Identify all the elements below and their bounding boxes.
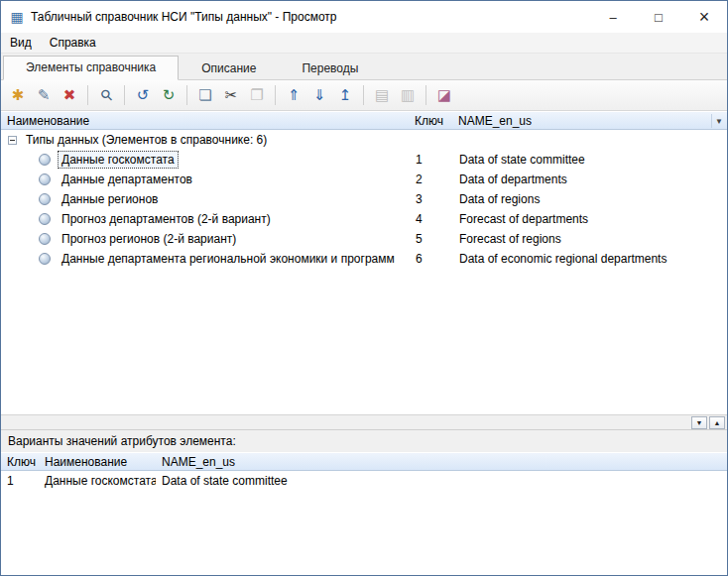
- tree-item-label[interactable]: Данные департаментов: [58, 171, 196, 188]
- document-1-button: ▤: [369, 83, 395, 107]
- element-icon: [39, 154, 51, 166]
- tree-item-name-cell: Данные департамента региональной экономи…: [1, 250, 409, 268]
- refresh-icon: ↻: [163, 86, 176, 104]
- refresh-all-icon: ↺: [137, 86, 150, 104]
- tree-item-label[interactable]: Данные госкомстата: [58, 151, 179, 169]
- tree-item-key: 4: [409, 212, 452, 226]
- attribute-name-en: Data of state committee: [156, 474, 727, 488]
- copy-icon: ❏: [198, 86, 211, 104]
- tree-item-label[interactable]: Прогноз департаментов (2-й вариант): [58, 210, 275, 228]
- tree-item-name-cell: Данные регионов: [1, 190, 409, 208]
- tree-item[interactable]: Данные департамента региональной экономи…: [1, 249, 727, 269]
- tree-column-header: Наименование Ключ NAME_en_us ▼: [1, 111, 727, 130]
- move-top-icon: ↥: [339, 86, 352, 104]
- tree-item[interactable]: Прогноз департаментов (2-й вариант)4Fore…: [1, 209, 727, 229]
- tree-item-name-en: Forecast of regions: [452, 232, 727, 246]
- column-options-button[interactable]: ▼: [711, 114, 726, 128]
- tree-item[interactable]: Данные департаментов2Data of departments: [1, 170, 727, 189]
- toolbar-separator: [124, 85, 125, 105]
- expand-panel-button[interactable]: ▲: [709, 416, 725, 429]
- delete-icon: ✖: [63, 86, 76, 104]
- tree-item-key: 5: [409, 232, 452, 246]
- column-name-en: NAME_en_us: [452, 114, 727, 128]
- copy-button[interactable]: ❏: [192, 83, 218, 107]
- close-button[interactable]: ×: [681, 1, 727, 33]
- tree-item-key: 1: [409, 153, 452, 167]
- tab-elements[interactable]: Элементы справочника: [3, 56, 179, 80]
- app-window: ▦ Табличный справочник НСИ "Типы данных"…: [0, 0, 728, 576]
- document-2-button: ▥: [395, 83, 421, 107]
- eraser-icon: ◪: [437, 86, 451, 104]
- attributes-panel-header: Варианты значений атрибутов элемента:: [1, 430, 727, 452]
- menu-help[interactable]: Справка: [41, 33, 105, 53]
- tree-item-name-en: Data of economic regional departments: [452, 252, 727, 266]
- tree-item-name-en: Forecast of departments: [452, 212, 727, 226]
- tree-item-name-en: Data of departments: [452, 173, 727, 186]
- tree-item-name-cell: Прогноз регионов (2-й вариант): [1, 230, 409, 248]
- tab-description[interactable]: Описание: [179, 57, 279, 80]
- attributes-table: 1Данные госкомстатаData of state committ…: [1, 471, 727, 576]
- tree-item-label[interactable]: Данные департамента региональной экономи…: [58, 250, 399, 268]
- refresh-all-button[interactable]: ↺: [130, 83, 156, 107]
- tab-translations[interactable]: Переводы: [279, 57, 381, 80]
- refresh-button[interactable]: ↻: [156, 83, 182, 107]
- toolbar-separator: [363, 85, 364, 105]
- delete-button[interactable]: ✖: [57, 83, 82, 107]
- tree-root-label[interactable]: Типы данных (Элементов в справочнике: 6): [22, 131, 271, 149]
- tree-item[interactable]: Данные регионов3Data of regions: [1, 189, 727, 209]
- tree-item-label[interactable]: Прогноз регионов (2-й вариант): [58, 230, 240, 248]
- tree-item-key: 6: [409, 252, 452, 266]
- search-button[interactable]: ⚲: [93, 83, 119, 107]
- attr-column-name-en: NAME_en_us: [156, 455, 727, 469]
- toolbar-separator: [425, 85, 426, 105]
- tree-item[interactable]: Прогноз регионов (2-й вариант)5Forecast …: [1, 229, 727, 249]
- element-icon: [39, 233, 51, 245]
- collapse-panel-button[interactable]: ▼: [691, 416, 707, 429]
- tree-root-row[interactable]: Типы данных (Элементов в справочнике: 6): [1, 130, 727, 150]
- document-1-icon: ▤: [375, 86, 389, 104]
- element-icon: [39, 253, 51, 265]
- reference-tree: Типы данных (Элементов в справочнике: 6)…: [1, 130, 727, 414]
- minimize-button[interactable]: –: [590, 1, 636, 33]
- menu-view[interactable]: Вид: [1, 33, 41, 53]
- edit-button[interactable]: ✎: [31, 83, 57, 107]
- column-key: Ключ: [409, 114, 452, 128]
- attr-column-name: Наименование: [39, 455, 156, 469]
- tree-item[interactable]: Данные госкомстата1Data of state committ…: [1, 150, 727, 170]
- move-top-button[interactable]: ↥: [332, 83, 358, 107]
- toolbar: ✱✎✖⚲↺↻❏✂❐⇑⇓↥▤▥◪: [1, 80, 727, 111]
- tree-item-name-cell: Данные госкомстата: [1, 151, 409, 169]
- attr-column-key: Ключ: [1, 455, 39, 469]
- toolbar-separator: [275, 85, 276, 105]
- toolbar-separator: [87, 85, 88, 105]
- tree-item-name-en: Data of state committee: [452, 153, 727, 167]
- column-name: Наименование: [1, 114, 409, 128]
- tree-item-key: 3: [409, 192, 452, 206]
- menubar: Вид Справка: [1, 33, 727, 54]
- move-up-icon: ⇑: [288, 86, 301, 104]
- tree-item-key: 2: [409, 173, 452, 186]
- cut-button[interactable]: ✂: [218, 83, 244, 107]
- maximize-button[interactable]: □: [636, 1, 681, 33]
- attribute-row[interactable]: 1Данные госкомстатаData of state committ…: [1, 471, 727, 491]
- app-icon: ▦: [9, 9, 25, 25]
- tree-item-name-cell: Данные департаментов: [1, 171, 409, 188]
- tree-item-label[interactable]: Данные регионов: [58, 190, 162, 208]
- move-down-icon: ⇓: [313, 86, 326, 104]
- collapse-expander-icon[interactable]: [8, 136, 17, 145]
- move-up-button[interactable]: ⇑: [281, 83, 306, 107]
- eraser-button[interactable]: ◪: [431, 83, 457, 107]
- paste-icon: ❐: [250, 86, 263, 104]
- tree-root-name-cell: Типы данных (Элементов в справочнике: 6): [1, 131, 409, 149]
- window-controls: – □ ×: [590, 1, 727, 33]
- tree-item-name-en: Data of regions: [452, 192, 727, 206]
- document-2-icon: ▥: [401, 86, 415, 104]
- move-down-button[interactable]: ⇓: [306, 83, 332, 107]
- attributes-panel-label: Варианты значений атрибутов элемента:: [8, 434, 236, 448]
- edit-icon: ✎: [38, 86, 51, 104]
- attributes-column-header: Ключ Наименование NAME_en_us: [1, 452, 727, 471]
- add-button[interactable]: ✱: [5, 83, 31, 107]
- panel-splitter[interactable]: ▼ ▲: [1, 414, 727, 430]
- cut-icon: ✂: [225, 86, 238, 104]
- add-icon: ✱: [12, 86, 25, 104]
